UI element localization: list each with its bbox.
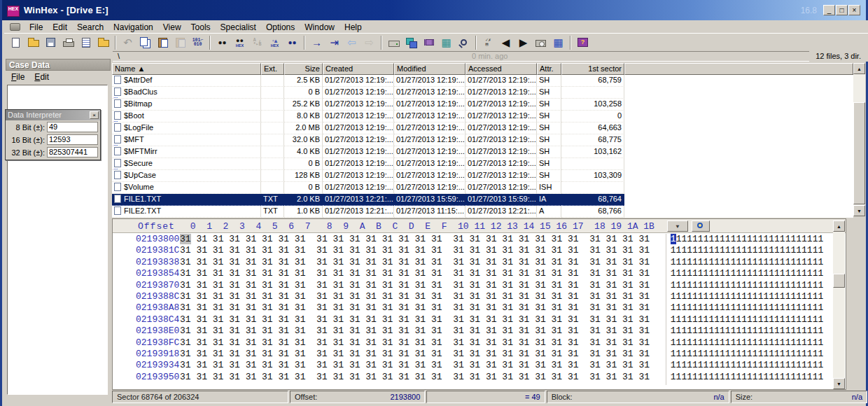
hex-editor[interactable]: Offset 0 1 2 3 4 5 6 7 8 9 A B C D E F 1… [112, 218, 846, 390]
scrollbar-thumb[interactable] [853, 102, 865, 204]
table-row[interactable]: FILE2.TXTTXT1.0 KB01/27/2013 12:21:...01… [112, 206, 853, 218]
table-row[interactable]: $Bitmap25.2 KB01/27/2013 12:19:...01/27/… [112, 99, 853, 111]
paste-into-icon[interactable] [172, 35, 189, 50]
menu-file[interactable]: File [24, 22, 48, 33]
find-hex-icon[interactable]: ●●HEX [231, 35, 248, 50]
properties-icon[interactable] [77, 35, 94, 50]
snapshot-icon[interactable] [532, 35, 550, 50]
table-row[interactable]: $BadClus0 B01/27/2013 12:19:...01/27/201… [112, 87, 853, 99]
hex-ascii[interactable]: 1111111111111111111111111111 [671, 372, 823, 382]
hex-bytes[interactable]: 31 31 31 31 31 31 31 31 31 31 31 31 31 3… [180, 291, 655, 302]
table-row[interactable]: $AttrDef2.5 KB01/27/2013 12:19:...01/27/… [112, 75, 853, 87]
hex-bytes[interactable]: 31 31 31 31 31 31 31 31 31 31 31 31 31 3… [180, 337, 655, 348]
replace-icon[interactable]: A , *▸B [248, 35, 266, 50]
hex-row[interactable]: 0219385431 31 31 31 31 31 31 31 31 31 31… [113, 268, 846, 279]
goto-offset-icon[interactable]: → [308, 35, 326, 50]
edit-folder-icon[interactable] [94, 35, 112, 50]
chevron-down-icon[interactable]: ▼ [667, 220, 688, 232]
hex-row[interactable]: 0219388C31 31 31 31 31 31 31 31 31 31 31… [113, 291, 846, 302]
magnifier-icon[interactable] [455, 35, 472, 50]
column-header-name[interactable]: Name ▲ [112, 63, 261, 75]
hex-row[interactable]: 021938A831 31 31 31 31 31 31 31 31 31 31… [113, 302, 846, 314]
column-header-size[interactable]: Size [284, 63, 323, 75]
hex-ascii[interactable]: 1111111111111111111111111111 [671, 245, 823, 255]
menu-edit[interactable]: Edit [48, 22, 72, 33]
menu-view[interactable]: View [158, 22, 186, 33]
help-icon[interactable]: ? [574, 35, 592, 50]
table-row[interactable]: $UpCase128 KB01/27/2013 12:19:...01/27/2… [112, 170, 853, 182]
hex-ascii[interactable]: 1111111111111111111111111111 [671, 326, 823, 336]
hex-row[interactable]: 0219381C31 31 31 31 31 31 31 31 31 31 31… [113, 245, 846, 256]
menu-window[interactable]: Window [300, 22, 340, 33]
hex-row[interactable]: 021938E031 31 31 31 31 31 31 31 31 31 31… [113, 326, 846, 337]
file-list-scrollbar[interactable]: ▲ ▼ [853, 63, 865, 216]
find-icon[interactable]: ●● [214, 35, 231, 50]
table-row[interactable]: $Volume0 B01/27/2013 12:19:...01/27/2013… [112, 182, 853, 194]
calculator-icon[interactable]: ▦ [438, 35, 455, 50]
data-interpreter[interactable]: Data Interpreter × 8 Bit (±):4916 Bit (±… [5, 109, 101, 160]
maximize-button[interactable]: □ [836, 5, 848, 15]
open-folder-icon[interactable] [24, 35, 42, 50]
hex-ascii[interactable]: 1111111111111111111111111111 [671, 349, 823, 359]
close-button[interactable]: × [848, 5, 860, 15]
disk-tools-icon[interactable] [402, 35, 420, 50]
hex-row[interactable]: 0219383831 31 31 31 31 31 31 31 31 31 31… [113, 257, 846, 268]
menu-navigation[interactable]: Navigation [108, 22, 158, 33]
interpreter-value[interactable]: 49 [47, 122, 98, 132]
menu-search[interactable]: Search [72, 22, 108, 33]
scrollbar-thumb[interactable] [833, 274, 845, 288]
preview-magnifier-icon[interactable] [692, 220, 710, 232]
position-manager-icon[interactable]: ✓✗ ▤ [479, 35, 497, 50]
goto-page-icon[interactable]: ⇥ [326, 35, 343, 50]
column-header-modified[interactable]: Modified [394, 63, 465, 75]
scroll-up-icon[interactable]: ▲ [833, 220, 845, 232]
table-row[interactable]: FILE1.TXTTXT2.0 KB01/27/2013 12:21:...01… [112, 194, 853, 206]
hex-row[interactable]: 021938FC31 31 31 31 31 31 31 31 31 31 31… [113, 337, 846, 349]
interpreter-value[interactable]: 825307441 [47, 147, 98, 158]
column-header-attr[interactable]: Attr. [537, 63, 561, 75]
column-header-1stsector[interactable]: 1st sector [561, 63, 624, 75]
data-interpreter-close-icon[interactable]: × [90, 111, 99, 119]
hex-bytes[interactable]: 31 31 31 31 31 31 31 31 31 31 31 31 31 3… [180, 372, 655, 382]
hex-bytes[interactable]: 31 31 31 31 31 31 31 31 31 31 31 31 31 3… [180, 326, 655, 336]
hex-bytes[interactable]: 31 31 31 31 31 31 31 31 31 31 31 31 31 3… [180, 268, 655, 279]
menu-tools[interactable]: Tools [186, 22, 216, 33]
hex-ascii[interactable]: 1111111111111111111111111111 [671, 302, 823, 313]
hex-row[interactable]: 0219393431 31 31 31 31 31 31 31 31 31 31… [113, 360, 846, 371]
find-again-icon[interactable]: ●● [284, 35, 301, 50]
undo-icon[interactable]: ↶ [119, 35, 136, 50]
interpreter-value[interactable]: 12593 [47, 134, 98, 145]
title-bar[interactable]: HEX WinHex - [Drive E:] 16.8 _ □ × [2, 0, 866, 20]
hex-bytes[interactable]: 31 31 31 31 31 31 31 31 31 31 31 31 31 3… [180, 245, 655, 255]
column-header-accessed[interactable]: Accessed [465, 63, 537, 75]
scroll-down-icon[interactable]: ▼ [853, 205, 865, 216]
hex-bytes[interactable]: 31 31 31 31 31 31 31 31 31 31 31 31 31 3… [180, 360, 655, 370]
hex-ascii[interactable]: 1111111111111111111111111111 [671, 291, 823, 302]
data-interpreter-title[interactable]: Data Interpreter × [6, 110, 100, 120]
copy-icon[interactable] [136, 35, 154, 50]
hex-row[interactable]: 021938C431 31 31 31 31 31 31 31 31 31 31… [113, 314, 846, 326]
hex-row[interactable]: 0219380031 31 31 31 31 31 31 31 31 31 31… [113, 234, 846, 245]
column-header-created[interactable]: Created [323, 63, 394, 75]
offset-column-header[interactable]: Offset [138, 221, 175, 232]
menu-help[interactable]: Help [340, 22, 367, 33]
table-row[interactable]: $MFT32.0 KB01/27/2013 12:19:...01/27/201… [112, 134, 853, 146]
column-header-ext[interactable]: Ext. [261, 63, 284, 75]
save-icon[interactable] [42, 35, 59, 50]
menu-options[interactable]: Options [261, 22, 300, 33]
replace-hex-icon[interactable]: ◦▴HEX [266, 35, 284, 50]
table-row[interactable]: $Secure0 B01/27/2013 12:19:...01/27/2013… [112, 158, 853, 170]
prev-icon[interactable]: ◀ [497, 35, 514, 50]
menu-specialist[interactable]: Specialist [216, 22, 261, 33]
scroll-up-icon[interactable]: ▲ [853, 63, 865, 74]
forward-icon[interactable]: ⇨ [360, 35, 378, 50]
records-icon[interactable]: ▦ [550, 35, 567, 50]
case-data-menu-edit[interactable]: Edit [34, 72, 49, 82]
selected-char[interactable]: 1 [671, 234, 676, 244]
hex-bytes[interactable]: 31 31 31 31 31 31 31 31 31 31 31 31 31 3… [180, 302, 655, 313]
hex-bytes[interactable]: 31 31 31 31 31 31 31 31 31 31 31 31 31 3… [180, 314, 655, 325]
hex-row[interactable]: 0219387031 31 31 31 31 31 31 31 31 31 31… [113, 280, 846, 291]
hex-scrollbar[interactable]: ▲ ▼ [833, 220, 845, 389]
hex-ascii[interactable]: 1111111111111111111111111111 [671, 360, 823, 370]
scroll-down-icon[interactable]: ▼ [833, 378, 845, 389]
